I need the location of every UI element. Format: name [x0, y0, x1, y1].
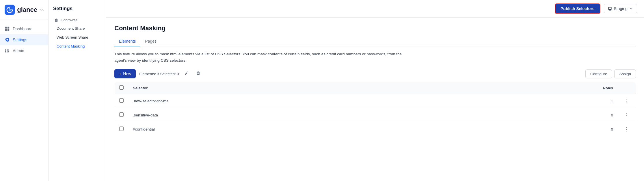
row1-roles: 1 [589, 94, 618, 108]
th-selector: Selector [128, 82, 589, 94]
row3-more-button[interactable]: ⋮ [622, 125, 631, 133]
row3-checkbox[interactable] [119, 127, 124, 131]
row2-checkbox[interactable] [119, 112, 124, 117]
staging-dropdown[interactable]: Staging [604, 4, 637, 13]
row2-roles: 0 [589, 108, 618, 122]
tab-elements[interactable]: Elements [114, 37, 140, 46]
configure-button[interactable]: Configure [585, 69, 612, 78]
row2-more-button[interactable]: ⋮ [622, 111, 631, 119]
row3-checkbox-cell [115, 122, 129, 136]
toolbar: + New Elements: 3 Selected: 0 Configure … [114, 69, 636, 78]
row3-selector: #confidential [128, 122, 589, 136]
sidebar-item-dashboard[interactable]: Dashboard [0, 23, 48, 34]
row1-checkbox-cell [115, 94, 129, 108]
th-roles: Roles [589, 82, 618, 94]
svg-rect-5 [8, 29, 9, 31]
settings-icon [5, 37, 10, 42]
select-all-checkbox[interactable] [119, 85, 124, 90]
row1-checkbox[interactable] [119, 98, 124, 103]
sidebar: glance << Dashboard Settings Admin [0, 0, 49, 181]
edit-icon-button[interactable] [183, 70, 191, 78]
page-description: This feature allows you to mask html ele… [114, 51, 403, 63]
table-row: #confidential 0 ⋮ [115, 122, 636, 136]
app-name: glance [17, 6, 37, 14]
sidebar-collapse-btn[interactable]: << [40, 8, 44, 12]
plus-icon: + [119, 71, 121, 76]
settings-panel-title: Settings [53, 6, 101, 12]
row2-actions: ⋮ [618, 108, 636, 122]
table-row: .new-selector-for-me 1 ⋮ [115, 94, 636, 108]
svg-rect-4 [5, 29, 7, 31]
row1-selector: .new-selector-for-me [128, 94, 589, 108]
page-body: Content Masking Elements Pages This feat… [106, 18, 644, 181]
main-content: Publish Selectors Staging Content Maskin… [106, 0, 644, 181]
toolbar-right: Configure Assign [585, 69, 636, 78]
table-row: .sensitive-data 0 ⋮ [115, 108, 636, 122]
settings-menu-content-masking[interactable]: Content Masking [53, 42, 101, 51]
svg-point-1 [9, 9, 11, 11]
row2-selector: .sensitive-data [128, 108, 589, 122]
grid-icon [5, 26, 10, 31]
row3-actions: ⋮ [618, 122, 636, 136]
glance-logo-icon [5, 5, 15, 15]
publish-selectors-button[interactable]: Publish Selectors [555, 3, 600, 14]
assign-button[interactable]: Assign [614, 69, 636, 78]
top-bar: Publish Selectors Staging [106, 0, 644, 18]
tab-pages[interactable]: Pages [140, 37, 161, 46]
sidebar-item-settings[interactable]: Settings [0, 34, 48, 45]
settings-menu-document-share[interactable]: Document Share [53, 24, 101, 33]
row2-checkbox-cell [115, 108, 129, 122]
tabs: Elements Pages [114, 37, 636, 46]
staging-label: Staging [614, 6, 628, 11]
table-header-row: Selector Roles [115, 82, 636, 94]
sidebar-item-admin-label: Admin [13, 48, 24, 53]
svg-rect-2 [5, 27, 7, 29]
cobrowse-icon [54, 18, 58, 22]
elements-info: Elements: 3 Selected: 0 [139, 72, 179, 76]
th-checkbox [115, 82, 129, 94]
sidebar-item-dashboard-label: Dashboard [13, 27, 33, 31]
sidebar-item-settings-label: Settings [13, 37, 27, 42]
chevron-down-icon [629, 7, 633, 11]
sidebar-nav: Dashboard Settings Admin [0, 20, 48, 181]
cobrowse-header-label: Cobrowse [61, 18, 78, 22]
monitor-icon [608, 6, 612, 11]
row1-more-button[interactable]: ⋮ [622, 97, 631, 105]
edit-icon [184, 71, 189, 76]
delete-icon-button[interactable] [194, 70, 202, 78]
row3-roles: 0 [589, 122, 618, 136]
settings-panel: Settings Cobrowse Document Share Web Scr… [49, 0, 106, 181]
logo-area: glance << [0, 0, 48, 20]
sliders-icon [5, 48, 10, 53]
trash-icon [196, 71, 200, 76]
th-actions [618, 82, 636, 94]
settings-menu-web-screen-share[interactable]: Web Screen Share [53, 33, 101, 42]
page-title: Content Masking [114, 24, 636, 32]
sidebar-item-admin[interactable]: Admin [0, 45, 48, 56]
selectors-table: Selector Roles .new-selector-for-me 1 ⋮ [114, 82, 636, 136]
svg-rect-3 [8, 27, 9, 29]
settings-section-cobrowse: Cobrowse Document Share Web Screen Share… [53, 16, 101, 51]
new-button[interactable]: + New [114, 69, 136, 78]
row1-actions: ⋮ [618, 94, 636, 108]
new-button-label: New [123, 71, 131, 76]
cobrowse-section-header[interactable]: Cobrowse [53, 16, 101, 24]
